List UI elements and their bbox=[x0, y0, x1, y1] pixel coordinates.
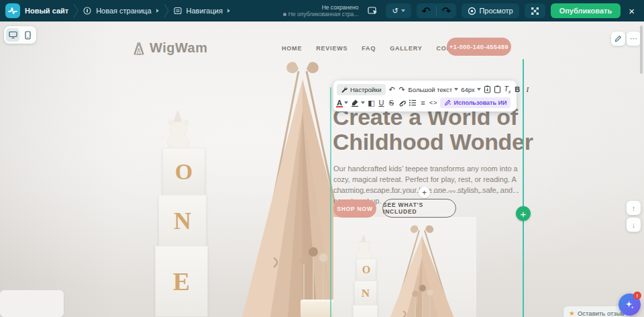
code-icon: <> bbox=[429, 99, 438, 106]
more-dots-icon: ⋯ bbox=[630, 34, 637, 43]
invert-colors-button[interactable]: ◧ bbox=[368, 97, 375, 109]
cake-pop-shape bbox=[422, 291, 423, 317]
whats-included-button[interactable]: SEE WHAT'S INCLUDED bbox=[382, 199, 456, 218]
navigation-icon bbox=[174, 7, 182, 15]
marker-icon bbox=[351, 99, 359, 107]
text-editor-toolbar: Настройки ↶ ↷ Большой текст 64px bbox=[333, 81, 517, 111]
breadcrumb-site[interactable]: Новый сайт bbox=[25, 7, 68, 15]
mobile-icon bbox=[25, 31, 31, 40]
align-button[interactable]: ≡ bbox=[419, 97, 427, 109]
redo-button[interactable]: ↷ bbox=[437, 3, 456, 18]
strikethrough-button[interactable]: S bbox=[388, 97, 395, 109]
move-block-up-button[interactable]: ↑ bbox=[627, 201, 641, 215]
menu-item-home[interactable]: HOME bbox=[282, 45, 302, 52]
cake-pop-shape bbox=[415, 296, 416, 317]
page-icon bbox=[83, 7, 91, 15]
toolbar-row-1: Настройки ↶ ↷ Большой текст 64px bbox=[337, 83, 513, 96]
blocks-grid-icon bbox=[531, 7, 539, 15]
redo-button[interactable]: ↷ bbox=[398, 84, 406, 95]
hero-heading[interactable]: Create a World of Childhood Wonder bbox=[333, 105, 533, 154]
italic-button[interactable]: I bbox=[524, 84, 531, 95]
numbered-list-button[interactable] bbox=[409, 97, 417, 109]
bold-button[interactable]: B bbox=[514, 84, 521, 95]
inspect-frame-button[interactable] bbox=[365, 3, 380, 18]
teddy-bear-illustration bbox=[165, 112, 195, 151]
cake-pop-shape bbox=[313, 255, 314, 302]
breadcrumb-page[interactable]: Новая страница bbox=[96, 7, 151, 15]
highlight-color-button[interactable] bbox=[351, 97, 365, 109]
page-more-button[interactable]: ⋯ bbox=[627, 32, 641, 46]
chevron-right-icon[interactable] bbox=[227, 9, 230, 13]
italic-icon: I bbox=[526, 85, 529, 93]
site-brand[interactable]: WigWam bbox=[131, 40, 208, 56]
photo-foreground-shape bbox=[0, 290, 64, 317]
add-element-handle[interactable]: + bbox=[516, 206, 531, 221]
breadcrumb-separator-icon bbox=[73, 3, 78, 18]
device-switcher bbox=[4, 26, 36, 44]
block-letter: E bbox=[361, 315, 369, 317]
shop-now-button[interactable]: SHOP NOW bbox=[333, 199, 376, 218]
breadcrumb-separator-icon bbox=[164, 3, 169, 18]
undo-button[interactable]: ↶ bbox=[417, 3, 436, 18]
copy-style-button[interactable] bbox=[484, 84, 491, 95]
settings-label: Настройки bbox=[350, 86, 382, 93]
desktop-icon bbox=[9, 31, 17, 39]
close-button[interactable]: × bbox=[626, 3, 637, 18]
text-style-dropdown[interactable]: Большой текст bbox=[409, 86, 459, 93]
underline-button[interactable]: U bbox=[378, 97, 385, 109]
brand-name: WigWam bbox=[150, 40, 208, 56]
block-letter: O bbox=[362, 264, 370, 276]
clear-format-button[interactable]: Tx bbox=[504, 84, 511, 95]
strikethrough-icon: S bbox=[389, 99, 394, 107]
app-logo[interactable] bbox=[5, 3, 20, 18]
clear-format-icon: Tx bbox=[504, 85, 511, 94]
party-hat-shape bbox=[360, 234, 367, 242]
save-status: Не сохранено Не опубликованная стра... bbox=[283, 4, 359, 17]
cake-pop-shape bbox=[429, 295, 431, 317]
selection-border-left bbox=[330, 87, 331, 317]
desktop-view-button[interactable] bbox=[6, 28, 19, 42]
hero-image-block[interactable]: O N E bbox=[333, 217, 476, 317]
chevron-down-icon bbox=[344, 101, 348, 104]
star-icon: ★ bbox=[569, 310, 575, 317]
ai-assistant-button[interactable]: ! bbox=[619, 293, 641, 316]
letter-block: O bbox=[162, 148, 205, 196]
feedback-label: Оставить отзыв bbox=[578, 310, 625, 317]
add-block-button[interactable]: + bbox=[419, 187, 430, 198]
plus-icon: + bbox=[422, 188, 427, 197]
move-block-down-button[interactable]: ↓ bbox=[627, 218, 641, 232]
text-color-button[interactable]: A bbox=[337, 97, 348, 109]
blocks-library-button[interactable] bbox=[525, 3, 545, 18]
preview-button[interactable]: Просмотр bbox=[462, 3, 519, 18]
breadcrumb-navigation[interactable]: Навигация bbox=[186, 7, 223, 15]
status-dot bbox=[283, 13, 286, 16]
undo-button[interactable]: ↶ bbox=[388, 84, 396, 95]
link-icon bbox=[398, 99, 406, 107]
hero-photo: O N E bbox=[0, 21, 644, 317]
paste-style-icon bbox=[494, 85, 501, 93]
menu-item-faq[interactable]: FAQ bbox=[362, 45, 376, 52]
status-published-text: Не опубликованная стра... bbox=[288, 11, 359, 17]
menu-item-gallery[interactable]: GALLERY bbox=[390, 45, 422, 52]
mobile-view-button[interactable] bbox=[21, 28, 34, 42]
settings-button[interactable]: Настройки bbox=[337, 84, 386, 95]
phone-button[interactable]: +1-000-140-455489 bbox=[447, 38, 511, 56]
use-ai-button[interactable]: Использовать ИИ bbox=[440, 97, 511, 108]
history-button[interactable]: ↺ bbox=[386, 3, 411, 18]
history-icon: ↺ bbox=[392, 7, 398, 15]
link-button[interactable] bbox=[398, 97, 406, 109]
font-size-dropdown[interactable]: 64px bbox=[461, 86, 481, 93]
edit-page-button[interactable] bbox=[611, 32, 625, 46]
letter-block: E bbox=[353, 305, 378, 317]
menu-item-reviews[interactable]: REVIEWS bbox=[316, 45, 347, 52]
pompom-shape bbox=[362, 232, 366, 235]
publish-button[interactable]: Опубликовать bbox=[551, 3, 621, 18]
chevron-right-icon[interactable] bbox=[156, 9, 159, 13]
toolbar-row-2: A ◧ U S ≡ <> bbox=[337, 96, 513, 109]
undo-icon: ↶ bbox=[422, 5, 431, 17]
top-bar: Новый сайт Новая страница Навигация Не с… bbox=[0, 0, 644, 21]
code-button[interactable]: <> bbox=[429, 97, 438, 109]
paste-style-button[interactable] bbox=[494, 84, 501, 95]
scrollbar-thumb[interactable] bbox=[640, 26, 643, 74]
cake-pop-shape bbox=[323, 261, 324, 302]
